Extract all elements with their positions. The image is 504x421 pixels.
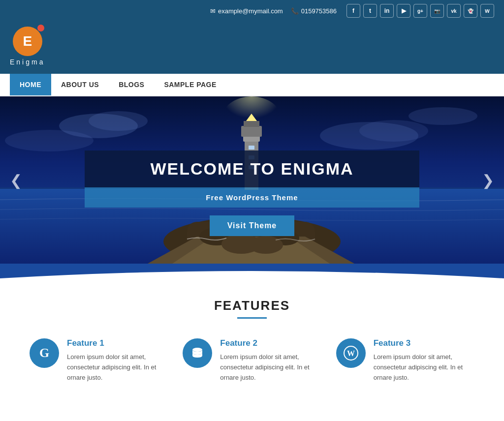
feature-1-desc: Lorem ipsum dolor sit amet, consectetur …	[67, 352, 168, 383]
logo-brand: Enigma	[10, 58, 45, 66]
youtube-icon[interactable]: ▶	[397, 4, 410, 18]
slider-title-box: WELCOME TO ENIGMA	[85, 150, 419, 187]
email-icon: ✉	[210, 7, 216, 15]
slider-prev-button[interactable]: ❮	[5, 167, 27, 194]
nav-sample[interactable]: SAMPLE PAGE	[154, 74, 226, 95]
feature-2-title: Feature 2	[220, 338, 321, 348]
visit-theme-button[interactable]: Visit Theme	[210, 215, 295, 236]
snapchat-icon[interactable]: 👻	[464, 4, 477, 18]
features-title: FEATURES	[30, 298, 474, 313]
feature-3: W Feature 3 Lorem ipsum dolor sit amet, …	[336, 338, 474, 383]
feature-1-icon: G	[30, 338, 59, 368]
social-icons-bar: f t in ▶ g+ 📷 vk 👻 w	[346, 4, 494, 18]
twitter-icon[interactable]: t	[363, 4, 377, 18]
site-header: E Enigma	[0, 22, 504, 74]
linkedin-icon[interactable]: in	[380, 4, 394, 18]
phone-text: 0159753586	[301, 7, 337, 15]
features-underline	[237, 317, 267, 319]
feature-1: G Feature 1 Lorem ipsum dolor sit amet, …	[30, 338, 168, 383]
email-text: example@mymail.com	[218, 7, 283, 15]
feature-3-desc: Lorem ipsum dolor sit amet, consectetur …	[374, 352, 474, 383]
svg-point-4	[359, 120, 428, 142]
slider-title: WELCOME TO ENIGMA	[104, 159, 400, 179]
main-nav: HOME ABOUT US BLOGS SAMPLE PAGE	[0, 74, 504, 96]
slider-subtitle-box: Free WordPress Theme	[85, 187, 419, 208]
site-logo[interactable]: E Enigma	[10, 27, 45, 66]
logo-circle: E	[13, 27, 42, 56]
top-bar: ✉ example@mymail.com 📞 0159753586 f t in…	[0, 0, 504, 22]
hero-slider: ❮ ❯ WELCOME TO ENIGMA Free WordPress The…	[0, 96, 504, 264]
slider-subtitle: Free WordPress Theme	[104, 193, 400, 202]
feature-3-title: Feature 3	[374, 338, 474, 348]
svg-point-19	[222, 96, 281, 141]
nav-blogs[interactable]: BLOGS	[109, 74, 154, 95]
svg-point-6	[409, 107, 477, 125]
feature-2-desc: Lorem ipsum dolor sit amet, consectetur …	[220, 352, 321, 383]
svg-rect-13	[249, 146, 254, 150]
feature-1-title: Feature 1	[67, 338, 168, 348]
logo-letter: E	[23, 33, 32, 49]
feature-2-text: Feature 2 Lorem ipsum dolor sit amet, co…	[220, 338, 321, 383]
feature-1-text: Feature 1 Lorem ipsum dolor sit amet, co…	[67, 338, 168, 383]
phone-info: 📞 0159753586	[291, 7, 337, 15]
nav-about[interactable]: ABOUT US	[51, 74, 109, 95]
nav-home[interactable]: HOME	[10, 74, 51, 95]
slider-content: WELCOME TO ENIGMA Free WordPress Theme V…	[85, 150, 419, 236]
vk-icon[interactable]: vk	[447, 4, 461, 18]
feature-2-icon	[183, 338, 212, 368]
whatsapp-icon[interactable]: w	[480, 4, 494, 18]
facebook-icon[interactable]: f	[346, 4, 360, 18]
feature-3-text: Feature 3 Lorem ipsum dolor sit amet, co…	[374, 338, 474, 383]
instagram-icon[interactable]: 📷	[430, 4, 444, 18]
svg-point-5	[5, 130, 94, 151]
svg-text:W: W	[347, 349, 355, 358]
email-info: ✉ example@mymail.com	[210, 7, 283, 15]
svg-point-2	[89, 111, 148, 131]
phone-icon: 📞	[291, 7, 299, 15]
features-grid: G Feature 1 Lorem ipsum dolor sit amet, …	[30, 338, 474, 383]
svg-point-24	[192, 348, 202, 352]
contact-info: ✉ example@mymail.com 📞 0159753586	[210, 7, 337, 15]
feature-2: Feature 2 Lorem ipsum dolor sit amet, co…	[183, 338, 321, 383]
googleplus-icon[interactable]: g+	[413, 4, 427, 18]
svg-point-23	[249, 236, 283, 254]
features-section: FEATURES G Feature 1 Lorem ipsum dolor s…	[0, 278, 504, 412]
feature-3-icon: W	[336, 338, 366, 368]
slider-next-button[interactable]: ❯	[477, 167, 499, 194]
